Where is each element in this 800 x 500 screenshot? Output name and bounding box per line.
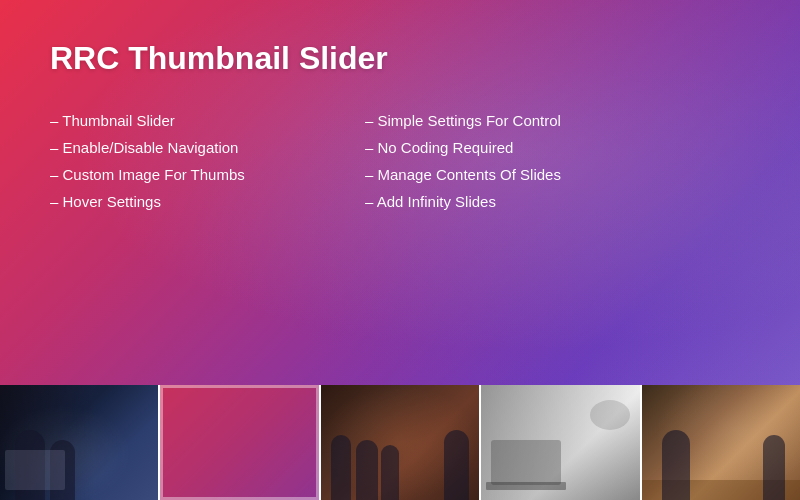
feature-col-2: Simple Settings For Control No Coding Re…: [365, 107, 650, 215]
feature-item: Hover Settings: [50, 188, 335, 215]
features-grid: Thumbnail Slider Enable/Disable Navigati…: [50, 107, 650, 215]
page-title: RRC Thumbnail Slider: [50, 40, 750, 77]
feature-item: No Coding Required: [365, 134, 650, 161]
feature-item: Enable/Disable Navigation: [50, 134, 335, 161]
banner-content: RRC Thumbnail Slider Thumbnail Slider En…: [0, 0, 800, 255]
thumbnail-4[interactable]: [481, 385, 641, 500]
thumbnail-2[interactable]: [160, 385, 320, 500]
thumbnail-strip: [0, 385, 800, 500]
feature-item: Custom Image For Thumbs: [50, 161, 335, 188]
feature-item: Thumbnail Slider: [50, 107, 335, 134]
feature-item: Simple Settings For Control: [365, 107, 650, 134]
thumbnail-5[interactable]: [642, 385, 800, 500]
feature-item: Add Infinity Slides: [365, 188, 650, 215]
feature-item: Manage Contents Of Slides: [365, 161, 650, 188]
main-banner: RRC Thumbnail Slider Thumbnail Slider En…: [0, 0, 800, 385]
feature-col-1: Thumbnail Slider Enable/Disable Navigati…: [50, 107, 335, 215]
thumbnail-3[interactable]: [321, 385, 481, 500]
thumbnail-1[interactable]: [0, 385, 160, 500]
